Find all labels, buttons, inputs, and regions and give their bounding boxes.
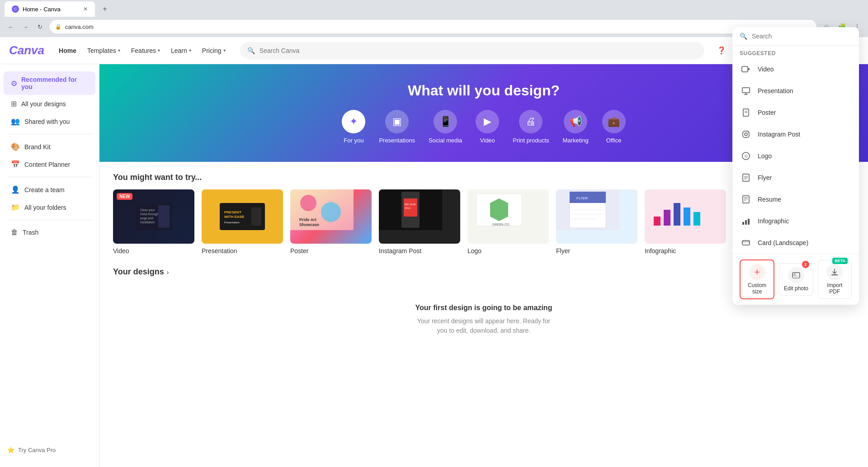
svg-rect-34 — [654, 217, 660, 226]
dropdown-label-logo: Logo — [758, 152, 772, 160]
dropdown-search-bar[interactable]: 🔍 — [732, 27, 859, 46]
svg-text:FLYER: FLYER — [576, 196, 588, 200]
card-infographic[interactable]: Infographic — [645, 189, 726, 255]
sidebar-item-recommended[interactable]: ⊙ Recommended for you — [4, 71, 95, 95]
browser-tab[interactable]: C Home - Canva ✕ — [5, 1, 95, 17]
card-label-infographic: Infographic — [645, 247, 726, 255]
forward-button[interactable]: → — [19, 20, 32, 33]
presentations-icon: ▣ — [392, 116, 402, 127]
nav-learn[interactable]: Learn ▾ — [165, 43, 197, 58]
card-instagram-post[interactable]: MID-YEAR SALE Instagram Post — [379, 189, 460, 255]
card-thumb-logo: GREEN CO. — [467, 189, 549, 244]
sidebar-divider-3 — [7, 220, 92, 220]
custom-size-label: Custom size — [744, 282, 770, 295]
card-presentation[interactable]: PRESENT WITH EASE Presentation Presentat… — [202, 189, 283, 255]
canva-logo[interactable]: Canva — [9, 43, 44, 57]
sidebar-item-all-designs[interactable]: ⊞ All your designs — [4, 95, 95, 113]
cat-presentations[interactable]: ▣ Presentations — [379, 110, 415, 144]
search-icon: 🔍 — [247, 47, 255, 54]
dropdown-label-video: Video — [758, 66, 774, 73]
address-text: canva.com — [65, 24, 94, 30]
social-media-icon: 📱 — [439, 116, 452, 127]
nav-templates[interactable]: Templates ▾ — [82, 43, 126, 58]
sidebar-item-planner[interactable]: 📅 Content Planner — [4, 156, 95, 173]
svg-rect-38 — [693, 212, 700, 226]
import-pdf-badge: BETA — [832, 258, 848, 264]
dropdown-label-resume: Resume — [758, 196, 781, 203]
sidebar-item-shared[interactable]: 👥 Shared with you — [4, 113, 95, 130]
dropdown-card-icon — [740, 236, 752, 249]
nav-pricing[interactable]: Pricing ▾ — [197, 43, 231, 58]
cat-marketing[interactable]: 📢 Marketing — [563, 110, 589, 144]
pro-star-icon: ⭐ — [7, 447, 14, 453]
browser-chrome: C Home - Canva ✕ + — [0, 0, 868, 18]
refresh-button[interactable]: ↻ — [33, 20, 46, 33]
search-bar[interactable]: 🔍 — [240, 42, 704, 59]
cat-video[interactable]: ▶ Video — [476, 110, 499, 144]
cat-for-you[interactable]: ✦ For you — [342, 110, 365, 144]
svg-point-49 — [748, 132, 749, 133]
card-logo[interactable]: GREEN CO. Logo — [467, 189, 549, 255]
sidebar-label-shared: Shared with you — [24, 118, 70, 125]
dropdown-item-card[interactable]: Card (Landscape) — [732, 232, 859, 254]
back-button[interactable]: ← — [5, 20, 17, 33]
edit-photo-badge: 2 — [802, 261, 809, 268]
browser-nav-buttons: ← → ↻ — [5, 20, 46, 33]
svg-text:PRESENT: PRESENT — [224, 210, 241, 214]
dropdown-item-resume[interactable]: Resume — [732, 189, 859, 210]
import-pdf-action[interactable]: BETA Import PDF — [818, 260, 852, 299]
sidebar-divider-2 — [7, 177, 92, 177]
print-icon: 🖨 — [526, 116, 536, 127]
trash-icon: 🗑 — [11, 228, 18, 236]
svg-text:Presentation: Presentation — [224, 221, 240, 224]
tab-title: Home - Canva — [23, 6, 61, 13]
nav-home[interactable]: Home — [53, 43, 82, 58]
cat-circle-video: ▶ — [476, 110, 499, 133]
card-poster[interactable]: Pride Art Showcase Poster — [290, 189, 372, 255]
card-video[interactable]: NEW Clear your mind through yoga and med… — [113, 189, 194, 255]
dropdown-item-instagram[interactable]: Instagram Post — [732, 123, 859, 145]
edit-photo-action[interactable]: 2 Edit photo — [779, 263, 813, 296]
search-input[interactable] — [259, 47, 697, 54]
cat-office[interactable]: 💼 Office — [602, 110, 626, 144]
dropdown-item-infographic[interactable]: Infographic — [732, 210, 859, 232]
svg-point-48 — [745, 133, 747, 136]
dropdown-resume-icon — [740, 193, 752, 206]
svg-text:MID-YEAR: MID-YEAR — [405, 203, 416, 206]
planner-icon: 📅 — [11, 160, 20, 169]
dropdown-item-video[interactable]: Video — [732, 58, 859, 80]
help-button[interactable]: ❓ — [713, 42, 730, 59]
dropdown-search-input[interactable] — [752, 33, 852, 40]
dropdown-item-logo[interactable]: © Logo — [732, 145, 859, 167]
dropdown-flyer-icon — [740, 171, 752, 184]
new-tab-button[interactable]: + — [99, 3, 111, 15]
svg-text:GREEN CO.: GREEN CO. — [492, 223, 510, 226]
sidebar-item-team[interactable]: 👤 Create a team — [4, 181, 95, 198]
svg-rect-41 — [742, 88, 750, 93]
all-designs-icon: ⊞ — [11, 99, 17, 108]
dropdown-item-flyer[interactable]: Flyer — [732, 167, 859, 189]
svg-marker-40 — [748, 68, 750, 71]
card-flyer[interactable]: FLYER Flyer — [556, 189, 637, 255]
address-field[interactable]: 🔒 canva.com — [50, 20, 816, 33]
cat-print[interactable]: 🖨 Print products — [513, 110, 549, 144]
cat-social-media[interactable]: 📱 Social media — [429, 110, 462, 144]
dropdown-item-poster[interactable]: Poster — [732, 102, 859, 123]
sidebar-item-folders[interactable]: 📁 All your folders — [4, 198, 95, 216]
svg-rect-63 — [742, 241, 750, 245]
cat-circle-presentations: ▣ — [385, 110, 409, 133]
sidebar-item-brand[interactable]: 🎨 Brand Kit — [4, 138, 95, 156]
dropdown-item-presentation[interactable]: Presentation — [732, 80, 859, 102]
sidebar-item-trash[interactable]: 🗑 Trash — [4, 224, 95, 241]
try-pro-button[interactable]: ⭐ Try Canva Pro — [0, 442, 99, 458]
edit-photo-label: Edit photo — [784, 285, 808, 292]
svg-text:yoga and: yoga and — [140, 217, 153, 220]
try-pro-label: Try Canva Pro — [18, 447, 56, 453]
nav-features[interactable]: Features ▾ — [126, 43, 165, 58]
custom-size-action[interactable]: + Custom size — [740, 259, 774, 299]
sidebar-label-planner: Content Planner — [24, 161, 70, 168]
tab-close-button[interactable]: ✕ — [83, 6, 88, 12]
empty-designs-subtitle: Your recent designs will appear here. Re… — [416, 316, 552, 335]
svg-text:mind through: mind through — [140, 212, 159, 216]
poster-thumb-svg: Pride Art Showcase — [290, 189, 354, 230]
